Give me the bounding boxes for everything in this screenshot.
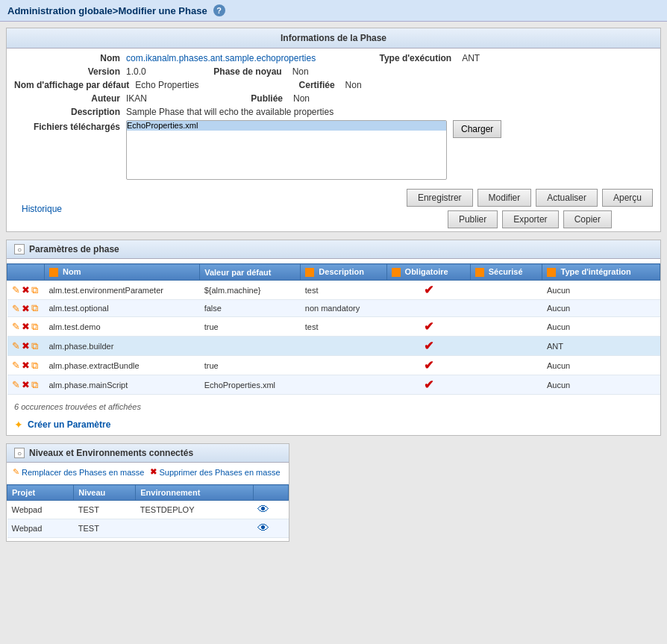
checkmark-icon: ✔ (424, 320, 433, 333)
delete-icon[interactable]: ✖ (22, 379, 30, 390)
th-obligatoire: Obligatoire (386, 264, 470, 281)
param-obligatoire: ✔ (386, 281, 470, 300)
edit-icon[interactable]: ✎ (12, 321, 20, 332)
delete-x-icon: ✖ (150, 467, 157, 477)
param-description (301, 337, 386, 356)
enregistrer-button[interactable]: Enregistrer (407, 189, 473, 207)
th-view (253, 485, 288, 501)
edit-icon[interactable]: ✎ (12, 284, 20, 296)
phase-noyau-value: Non (292, 66, 309, 77)
description-label: Description (14, 107, 126, 117)
params-title: Paramètres de phase (29, 244, 119, 254)
view-icon[interactable]: 👁 (257, 522, 269, 534)
nom-value: com.ikanalm.phases.ant.sample.echoproper… (126, 53, 316, 63)
copy-icon[interactable]: ⧉ (31, 321, 38, 333)
param-securise (470, 356, 542, 375)
files-listbox-container: EchoProperties.xml (126, 120, 447, 180)
param-valeur: EchoProperties.xml (200, 375, 301, 395)
info-panel: Informations de la Phase Nom com.ikanalm… (6, 28, 661, 232)
param-obligatoire: ✔ (386, 356, 470, 375)
version-label: Version (14, 66, 126, 77)
th-actions (7, 264, 45, 281)
param-nom: alm.phase.extractBundle (45, 356, 200, 375)
param-securise (470, 300, 542, 317)
edit-icon[interactable]: ✎ (12, 340, 20, 351)
param-description (301, 356, 386, 375)
th-sec-icon (475, 268, 484, 277)
table-row: WebpadTESTTESTDEPLOY👁 (7, 501, 289, 519)
historique-container: Historique (14, 202, 69, 216)
param-type-integration: Aucun (542, 356, 660, 375)
delete-icon[interactable]: ✖ (22, 340, 30, 351)
param-nom: alm.test.environmentParameter (45, 281, 200, 300)
th-securise: Sécurisé (470, 264, 542, 281)
copy-icon[interactable]: ⧉ (31, 284, 38, 296)
param-valeur: true (200, 317, 301, 337)
param-securise (470, 281, 542, 300)
checkmark-icon: ✔ (424, 284, 433, 296)
publiee-value: Non (293, 93, 310, 104)
param-description: non mandatory (301, 300, 386, 317)
auteur-row: Auteur IKAN Publiée Non (14, 92, 653, 105)
param-valeur: true (200, 356, 301, 375)
delete-phases-link[interactable]: ✖ Supprimer des Phases en masse (150, 467, 280, 477)
apercu-button[interactable]: Aperçu (602, 189, 653, 207)
edit-icon[interactable]: ✎ (12, 360, 20, 371)
publier-button[interactable]: Publier (448, 210, 498, 228)
fichiers-listbox[interactable]: EchoProperties.xml (126, 120, 447, 180)
params-table: Nom Valeur par défaut Description Obliga… (7, 263, 660, 395)
param-securise (470, 337, 542, 356)
copy-icon[interactable]: ⧉ (31, 360, 38, 372)
param-valeur: false (200, 300, 301, 317)
fichiers-option[interactable]: EchoProperties.xml (127, 121, 446, 131)
params-toggle[interactable]: ○ (14, 244, 25, 254)
niveaux-niveau: TEST (74, 519, 136, 538)
help-icon[interactable]: ? (213, 4, 225, 16)
th-type-integration: Type d'intégration (542, 264, 660, 281)
type-exec-value: ANT (462, 53, 480, 63)
th-valeur: Valeur par défaut (200, 264, 301, 281)
param-obligatoire (386, 300, 470, 317)
niveaux-title: Niveaux et Environnements connectés (29, 448, 193, 458)
primary-actions: Enregistrer Modifier Actualiser Aperçu (407, 189, 653, 207)
modifier-button[interactable]: Modifier (477, 189, 532, 207)
charger-button[interactable]: Charger (453, 120, 501, 138)
copy-icon[interactable]: ⧉ (31, 340, 38, 352)
table-row: ✎ ✖ ⧉ alm.phase.extractBundletrue✔Aucun (7, 356, 660, 375)
breadcrumb: Administration globale>Modifier une Phas… (7, 5, 207, 16)
historique-link[interactable]: Historique (14, 202, 69, 216)
table-row: ✎ ✖ ⧉ alm.test.environmentParameter${alm… (7, 281, 660, 300)
param-obligatoire: ✔ (386, 375, 470, 395)
view-icon[interactable]: 👁 (257, 503, 269, 516)
param-type-integration: Aucun (542, 375, 660, 395)
param-type-integration: Aucun (542, 317, 660, 337)
actualiser-button[interactable]: Actualiser (536, 189, 598, 207)
th-oblig-icon (392, 268, 401, 277)
copy-icon[interactable]: ⧉ (31, 379, 38, 391)
param-securise (470, 375, 542, 395)
create-param-link[interactable]: Créer un Paramètre (28, 419, 110, 430)
param-valeur: ${alm.machine} (200, 281, 301, 300)
niveaux-toggle[interactable]: ○ (14, 448, 25, 458)
replace-phases-link[interactable]: ✎ Remplacer des Phases en masse (13, 467, 144, 477)
edit-icon[interactable]: ✎ (12, 379, 20, 390)
view-cell: 👁 (253, 519, 288, 538)
param-type-integration: ANT (542, 337, 660, 356)
info-panel-title: Informations de la Phase (7, 28, 660, 49)
delete-icon[interactable]: ✖ (22, 303, 30, 314)
delete-icon[interactable]: ✖ (22, 284, 30, 296)
delete-icon[interactable]: ✖ (22, 360, 30, 371)
edit-icon[interactable]: ✎ (12, 303, 20, 314)
delete-icon[interactable]: ✖ (22, 321, 30, 332)
th-niveau: Niveau (74, 485, 136, 501)
description-row: Description Sample Phase that will echo … (14, 105, 653, 119)
niveaux-header: ○ Niveaux et Environnements connectés (7, 444, 289, 463)
niveaux-niveau: TEST (74, 501, 136, 519)
niveaux-projet: Webpad (7, 519, 74, 538)
th-nom: Nom (45, 264, 200, 281)
exporter-button[interactable]: Exporter (502, 210, 558, 228)
version-value: 1.0.0 (126, 66, 146, 77)
th-projet: Projet (7, 485, 74, 501)
copier-button[interactable]: Copier (563, 210, 612, 228)
copy-icon[interactable]: ⧉ (31, 302, 38, 314)
